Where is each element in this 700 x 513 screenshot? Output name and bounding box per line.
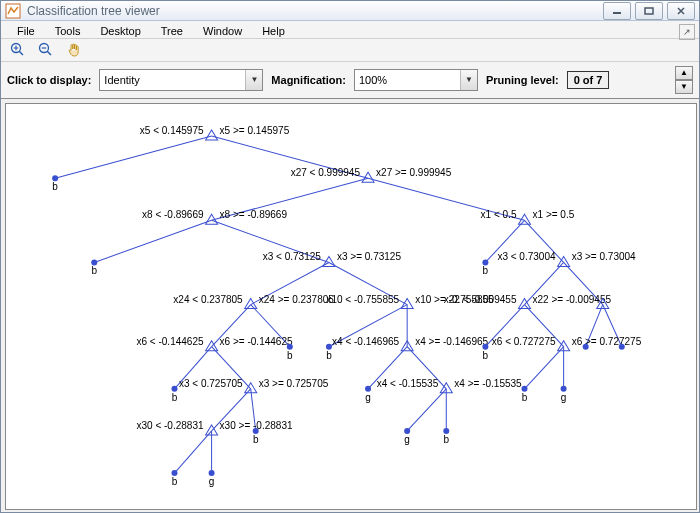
titlebar: Classification tree viewer bbox=[1, 1, 699, 21]
zoom-in-button[interactable] bbox=[7, 39, 29, 61]
minimize-button[interactable] bbox=[603, 2, 631, 20]
menu-window[interactable]: Window bbox=[193, 21, 252, 37]
svg-text:b: b bbox=[172, 392, 178, 403]
svg-text:x5 >= 0.145975: x5 >= 0.145975 bbox=[220, 125, 290, 136]
menu-file[interactable]: File bbox=[7, 21, 45, 37]
svg-point-74 bbox=[619, 344, 625, 350]
svg-text:x24 < 0.237805: x24 < 0.237805 bbox=[173, 293, 243, 304]
pan-button[interactable] bbox=[63, 39, 85, 61]
click-to-display-label: Click to display: bbox=[7, 74, 91, 86]
menubar-expand-icon[interactable]: ↗ bbox=[679, 24, 695, 40]
pruning-up-button[interactable]: ▲ bbox=[675, 66, 693, 80]
app-window: Classification tree viewer File Tools De… bbox=[0, 0, 700, 513]
svg-line-29 bbox=[525, 347, 564, 389]
svg-rect-1 bbox=[613, 12, 621, 14]
zoom-in-icon bbox=[10, 42, 26, 58]
svg-text:b: b bbox=[483, 265, 489, 276]
svg-text:x6 < 0.727275: x6 < 0.727275 bbox=[492, 336, 556, 347]
menu-desktop[interactable]: Desktop bbox=[90, 21, 150, 37]
svg-text:x6 < -0.144625: x6 < -0.144625 bbox=[136, 336, 204, 347]
pruning-level-value: 0 of 7 bbox=[567, 71, 610, 89]
controlbar: Click to display: Identity ▼ Magnificati… bbox=[1, 62, 699, 99]
chevron-down-icon: ▼ bbox=[245, 70, 262, 90]
svg-text:x10 < -0.755855: x10 < -0.755855 bbox=[326, 293, 399, 304]
svg-text:b: b bbox=[91, 265, 97, 276]
svg-text:x3 < 0.73125: x3 < 0.73125 bbox=[263, 251, 322, 262]
svg-text:x4 >= -0.15535: x4 >= -0.15535 bbox=[454, 378, 522, 389]
chevron-down-icon: ▼ bbox=[460, 70, 477, 90]
menu-tools[interactable]: Tools bbox=[45, 21, 91, 37]
svg-text:x3 >= 0.725705: x3 >= 0.725705 bbox=[259, 378, 329, 389]
svg-text:x3 >= 0.73004: x3 >= 0.73004 bbox=[572, 251, 636, 262]
svg-text:x3 < 0.73004: x3 < 0.73004 bbox=[497, 251, 556, 262]
pruning-level-label: Pruning level: bbox=[486, 74, 559, 86]
svg-text:x27 >= 0.999945: x27 >= 0.999945 bbox=[376, 167, 452, 178]
svg-text:g: g bbox=[561, 392, 567, 403]
svg-text:g: g bbox=[209, 476, 215, 487]
svg-text:b: b bbox=[253, 434, 259, 445]
svg-text:b: b bbox=[172, 476, 178, 487]
svg-text:x30 < -0.28831: x30 < -0.28831 bbox=[136, 420, 204, 431]
svg-text:g: g bbox=[365, 392, 371, 403]
magnification-label: Magnification: bbox=[271, 74, 346, 86]
menubar: File Tools Desktop Tree Window Help ↗ bbox=[1, 21, 699, 38]
svg-text:x5 < 0.145975: x5 < 0.145975 bbox=[140, 125, 204, 136]
svg-text:x4 < -0.146965: x4 < -0.146965 bbox=[332, 336, 400, 347]
svg-text:x6 >= 0.727275: x6 >= 0.727275 bbox=[572, 336, 642, 347]
maximize-button[interactable] bbox=[635, 2, 663, 20]
svg-text:x1 >= 0.5: x1 >= 0.5 bbox=[533, 209, 575, 220]
magnification-dropdown[interactable]: 100% ▼ bbox=[354, 69, 478, 91]
svg-point-73 bbox=[583, 344, 589, 350]
click-to-display-dropdown[interactable]: Identity ▼ bbox=[99, 69, 263, 91]
magnification-value: 100% bbox=[359, 74, 387, 86]
tree-svg: x5 < 0.145975x5 >= 0.145975bx27 < 0.9999… bbox=[6, 104, 696, 509]
svg-text:b: b bbox=[522, 392, 528, 403]
svg-line-35 bbox=[174, 431, 211, 473]
svg-text:b: b bbox=[52, 181, 58, 192]
hand-icon bbox=[66, 42, 82, 58]
canvas-wrap: x5 < 0.145975x5 >= 0.145975bx27 < 0.9999… bbox=[1, 99, 699, 512]
svg-text:x27 < 0.999945: x27 < 0.999945 bbox=[291, 167, 361, 178]
svg-text:x1 < 0.5: x1 < 0.5 bbox=[481, 209, 517, 220]
menu-tree[interactable]: Tree bbox=[151, 21, 193, 37]
svg-text:x4 < -0.15535: x4 < -0.15535 bbox=[377, 378, 439, 389]
svg-text:x22 < -0.009455: x22 < -0.009455 bbox=[444, 293, 517, 304]
pruning-level-spinner: ▲ ▼ bbox=[675, 66, 693, 94]
svg-rect-2 bbox=[645, 8, 653, 14]
close-button[interactable] bbox=[667, 2, 695, 20]
window-title: Classification tree viewer bbox=[27, 4, 599, 18]
toolbar bbox=[1, 39, 699, 62]
zoom-out-button[interactable] bbox=[35, 39, 57, 61]
svg-text:b: b bbox=[287, 350, 293, 361]
svg-text:x3 >= 0.73125: x3 >= 0.73125 bbox=[337, 251, 401, 262]
svg-line-5 bbox=[55, 136, 211, 178]
svg-text:b: b bbox=[326, 350, 332, 361]
svg-text:x24 >= 0.237805: x24 >= 0.237805 bbox=[259, 293, 335, 304]
svg-text:x8 >= -0.89669: x8 >= -0.89669 bbox=[220, 209, 288, 220]
svg-text:b: b bbox=[443, 434, 449, 445]
svg-text:x8 < -0.89669: x8 < -0.89669 bbox=[142, 209, 204, 220]
svg-text:g: g bbox=[404, 434, 410, 445]
svg-text:x4 >= -0.146965: x4 >= -0.146965 bbox=[415, 336, 488, 347]
pruning-down-button[interactable]: ▼ bbox=[675, 80, 693, 94]
zoom-out-icon bbox=[38, 42, 54, 58]
svg-line-9 bbox=[94, 220, 211, 262]
svg-text:x3 < 0.725705: x3 < 0.725705 bbox=[179, 378, 243, 389]
svg-text:b: b bbox=[483, 350, 489, 361]
click-to-display-value: Identity bbox=[104, 74, 139, 86]
tree-canvas[interactable]: x5 < 0.145975x5 >= 0.145975bx27 < 0.9999… bbox=[5, 103, 697, 510]
svg-text:x6 >= -0.144625: x6 >= -0.144625 bbox=[220, 336, 293, 347]
menu-help[interactable]: Help bbox=[252, 21, 295, 37]
svg-line-33 bbox=[407, 389, 446, 431]
app-icon bbox=[5, 3, 21, 19]
